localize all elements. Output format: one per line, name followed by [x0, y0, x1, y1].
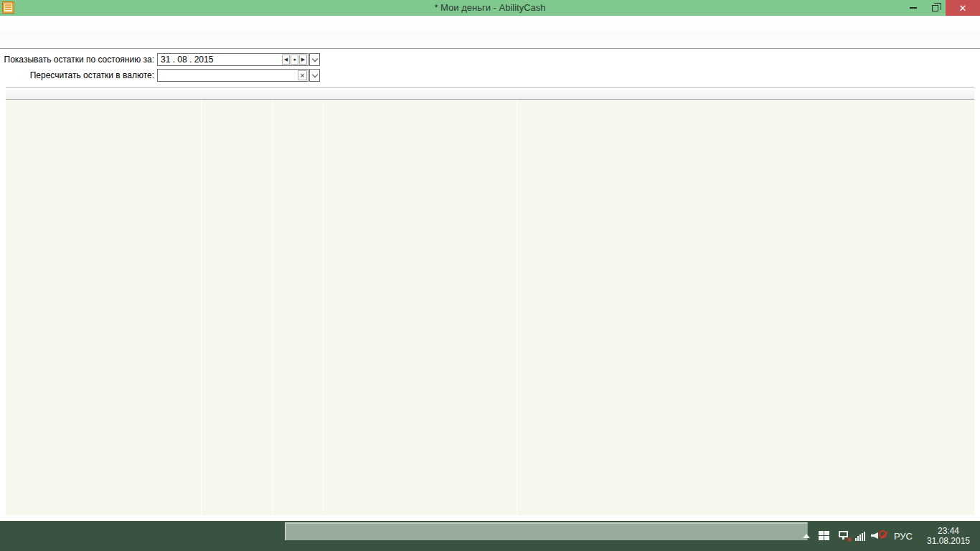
restore-button[interactable] — [924, 0, 946, 16]
language-indicator[interactable]: РУС — [894, 531, 913, 542]
date-filter-label: Показывать остатки по состоянию за: — [0, 53, 154, 66]
tray-time: 23:44 — [923, 526, 974, 536]
date-input[interactable]: 31 . 08 . 2015 ◀ ● ▶ — [157, 53, 308, 66]
windows-tray-icon[interactable] — [819, 531, 831, 542]
restore-icon — [932, 5, 938, 11]
minimize-button[interactable] — [903, 0, 924, 16]
column-separator — [201, 100, 202, 515]
date-dropdown-button[interactable] — [309, 53, 320, 66]
taskbar: × РУС 23:44 31.08.2015 — [0, 521, 980, 551]
titlebar: * Мои деньги - AbilityCash ✕ — [0, 0, 980, 16]
chevron-down-icon — [311, 71, 317, 77]
minimize-icon — [910, 7, 917, 9]
system-tray: × РУС 23:44 31.08.2015 — [803, 521, 980, 551]
column-separator — [323, 100, 324, 515]
chevron-down-icon — [311, 55, 317, 61]
window-title: * Мои деньги - AbilityCash — [0, 0, 980, 16]
tray-expand-icon[interactable] — [803, 534, 810, 538]
currency-input[interactable]: × — [157, 69, 308, 82]
date-today-button[interactable]: ● — [291, 55, 298, 65]
currency-dropdown-button[interactable] — [309, 69, 320, 82]
window-controls: ✕ — [903, 0, 980, 16]
network-error-icon[interactable]: × — [837, 530, 850, 542]
abilitycash-window: * Мои деньги - AbilityCash ✕ Показывать … — [0, 0, 980, 521]
signal-bars-icon[interactable] — [855, 531, 865, 541]
desktop: * Мои деньги - AbilityCash ✕ Показывать … — [0, 0, 980, 551]
date-prev-button[interactable]: ◀ — [282, 55, 290, 65]
column-separator — [517, 100, 517, 515]
currency-clear-button[interactable]: × — [298, 70, 307, 80]
menubar — [0, 16, 980, 32]
date-next-button[interactable]: ▶ — [299, 55, 307, 65]
currency-filter-label: Пересчитать остатки в валюте: — [0, 69, 154, 82]
filter-panel: Показывать остатки по состоянию за: 31 .… — [0, 49, 980, 87]
close-button[interactable]: ✕ — [946, 0, 980, 16]
table-header — [6, 87, 974, 100]
tray-date: 31.08.2015 — [923, 536, 974, 546]
tray-clock[interactable]: 23:44 31.08.2015 — [923, 526, 974, 546]
accounts-table — [6, 87, 974, 515]
date-spinner: ◀ ● ▶ — [281, 55, 307, 65]
tab-bar — [0, 32, 980, 49]
volume-muted-icon[interactable] — [871, 529, 887, 542]
date-value: 31 . 08 . 2015 — [161, 54, 281, 65]
table-body[interactable] — [6, 100, 974, 515]
column-separator — [273, 100, 273, 515]
taskbar-toolbar-band — [285, 522, 808, 540]
